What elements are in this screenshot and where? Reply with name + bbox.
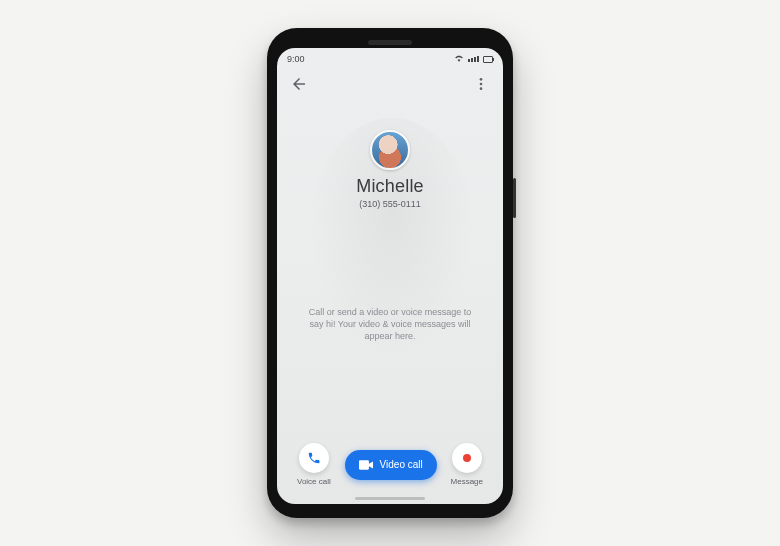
nav-bar-handle[interactable] bbox=[355, 497, 425, 500]
contact-phone: (310) 555-0111 bbox=[359, 199, 421, 209]
more-vert-icon bbox=[473, 76, 489, 92]
voice-call-group: Voice call bbox=[297, 443, 331, 486]
message-button[interactable] bbox=[452, 443, 482, 473]
empty-state-hint: Call or send a video or voice message to… bbox=[277, 306, 503, 342]
svg-point-1 bbox=[480, 83, 483, 86]
voice-call-button[interactable] bbox=[299, 443, 329, 473]
message-label: Message bbox=[451, 477, 483, 486]
message-group: Message bbox=[451, 443, 483, 486]
svg-point-0 bbox=[480, 78, 483, 81]
overflow-button[interactable] bbox=[469, 72, 493, 96]
voice-call-label: Voice call bbox=[297, 477, 331, 486]
stage: 9:00 Michelle bbox=[0, 0, 780, 546]
status-bar: 9:00 bbox=[277, 48, 503, 68]
video-call-label: Video call bbox=[380, 459, 423, 470]
phone-speaker bbox=[368, 40, 412, 45]
svg-point-2 bbox=[480, 87, 483, 90]
phone-frame: 9:00 Michelle bbox=[267, 28, 513, 518]
avatar[interactable] bbox=[370, 130, 410, 170]
back-button[interactable] bbox=[287, 72, 311, 96]
action-row: Voice call Video call Message bbox=[277, 443, 503, 486]
phone-icon bbox=[307, 451, 321, 465]
background-portrait bbox=[277, 48, 503, 504]
video-call-button[interactable]: Video call bbox=[345, 450, 437, 480]
status-right bbox=[454, 54, 493, 64]
contact-header: Michelle (310) 555-0111 bbox=[277, 130, 503, 209]
power-button bbox=[513, 178, 516, 218]
arrow-left-icon bbox=[290, 75, 308, 93]
wifi-icon bbox=[454, 54, 464, 64]
signal-icon bbox=[468, 56, 479, 62]
video-icon bbox=[359, 460, 373, 470]
battery-icon bbox=[483, 56, 493, 63]
screen: 9:00 Michelle bbox=[277, 48, 503, 504]
record-icon bbox=[463, 454, 471, 462]
status-time: 9:00 bbox=[287, 54, 305, 64]
app-bar bbox=[277, 68, 503, 96]
contact-name: Michelle bbox=[356, 176, 424, 197]
